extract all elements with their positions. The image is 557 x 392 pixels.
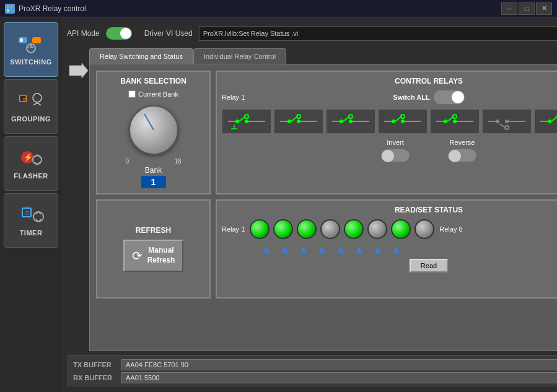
svg-marker-22 [69,63,88,78]
svg-point-24 [235,120,239,123]
arrows-row: ▲ ▲ ▲ ▲ ▲ ▲ ▲ ▲ [222,243,557,255]
reverse-knob [449,150,461,162]
refresh-icon: ⟳ [132,248,143,263]
relay-switch-1[interactable] [222,109,271,134]
current-bank-checkbox[interactable] [128,90,136,98]
knob-indicator [144,113,154,130]
arrow-4[interactable]: ▲ [315,243,330,255]
api-mode-knob [120,28,131,39]
svg-point-58 [453,120,457,123]
driver-vi-input[interactable] [199,26,557,41]
sidebar-item-switching[interactable]: SWITCHING [4,22,58,77]
reverse-toggle[interactable] [447,149,477,162]
panel-area: Relay Switching and Status Individual Re… [89,48,557,351]
switch-all-area: Switch ALL [393,90,464,104]
led-5[interactable] [344,219,364,239]
sidebar-item-timer[interactable]: ⏱ TIMER [4,193,58,248]
relay-switch-7[interactable] [534,109,557,134]
svg-point-33 [287,120,291,123]
minimize-button[interactable]: ─ [501,2,517,15]
led-2[interactable] [273,219,293,239]
read-button[interactable]: Read [410,259,448,272]
sidebar-switching-label: SWITCHING [10,58,51,66]
window-title: ProXR Relay control [19,4,498,13]
bank-value-display[interactable]: 1 [141,176,166,188]
svg-point-63 [505,126,509,129]
tab-individual-relay[interactable]: Individual Relay Control [193,48,286,64]
refresh-title: REFRESH [136,226,171,235]
svg-point-28 [245,120,248,123]
svg-rect-2 [7,9,9,12]
invert-toggle[interactable] [380,149,410,162]
relay-switch-3[interactable] [326,109,375,134]
led-6[interactable] [367,219,387,239]
knob-max-label: 16 [174,158,181,165]
svg-rect-0 [7,6,9,8]
rx-buffer-label: RX BUFFER [73,374,116,381]
relay-switch-2[interactable] [274,109,323,134]
sidebar-item-grouping[interactable]: {} GROUPING [4,79,58,134]
svg-point-37 [297,120,300,123]
rs-relay-8-label: Relay 8 [439,225,462,233]
svg-text:⚡: ⚡ [24,152,33,162]
bank-knob[interactable] [129,105,178,155]
relay-switch-4[interactable] [378,109,428,134]
svg-point-10 [33,94,42,102]
knob-labels: 0 16 [126,158,182,165]
relay-1-header-label: Relay 1 [222,94,245,101]
svg-text:⏱: ⏱ [24,210,30,216]
status-leds-row: Relay 1 Relay 8 [222,219,557,239]
arrow-8[interactable]: ▲ [389,243,404,255]
svg-rect-5 [32,37,41,43]
maximize-button[interactable]: □ [519,2,535,15]
led-7[interactable] [391,219,411,239]
arrow-7[interactable]: ▲ [371,243,385,255]
relay-switches-row [222,109,557,134]
arrow-1[interactable]: ▲ [259,243,274,255]
switch-all-toggle[interactable] [434,90,465,104]
timer-icon: ⏱ [17,204,45,227]
svg-text:{}: {} [22,97,26,102]
api-mode-label: API Mode [67,29,100,38]
led-3[interactable] [297,219,317,239]
control-relays-title: CONTROL RELAYS [222,77,557,85]
svg-point-13 [33,155,42,164]
svg-line-69 [551,116,557,121]
read-set-status-panel: READ/SET STATUS Relay 1 [216,199,557,298]
arrow-3[interactable]: ▲ [296,243,311,255]
bank-text-label: Bank [145,166,162,175]
control-relays-header: Relay 1 Switch ALL Relay 8 [222,90,557,104]
arrow-2[interactable]: ▲ [278,243,292,255]
api-mode-toggle[interactable] [106,27,132,40]
manual-refresh-button[interactable]: ⟳ ManualRefresh [123,240,184,271]
invert-control: Invert [380,139,410,162]
svg-point-26 [245,115,248,118]
title-bar: ProXR Relay control ─ □ ✕ [0,0,557,17]
reverse-control: Reverse [447,139,477,162]
reverse-label: Reverse [450,139,475,146]
svg-rect-4 [20,38,23,42]
relay-switch-6[interactable] [482,109,532,134]
switch-all-knob [452,91,464,103]
close-button[interactable]: ✕ [536,2,552,15]
svg-point-68 [548,120,551,123]
content-area: API Mode Driver VI Used ⊠ [62,17,557,392]
flasher-icon: ⚡ [17,147,45,170]
led-1[interactable] [250,219,270,239]
arrow-5[interactable]: ▲ [333,243,348,255]
relay-switch-5[interactable] [430,109,480,134]
sidebar-item-flasher[interactable]: ⚡ FLASHER [4,136,58,191]
led-4[interactable] [320,219,340,239]
arrow-6[interactable]: ▲ [352,243,367,255]
led-8[interactable] [414,219,434,239]
bottom-section-row: REFRESH ⟳ ManualRefresh READ/SET STATUS … [96,199,557,298]
svg-rect-1 [11,6,13,8]
read-set-title: READ/SET STATUS [222,206,557,214]
sidebar-flasher-label: FLASHER [14,172,48,180]
svg-point-42 [349,115,353,118]
tab-relay-switching[interactable]: Relay Switching and Status [89,48,193,64]
svg-point-49 [401,115,405,118]
invert-knob [382,150,394,162]
tx-buffer-value: AA04 FE8C 5701 90 [121,359,557,370]
svg-point-16 [33,212,43,222]
